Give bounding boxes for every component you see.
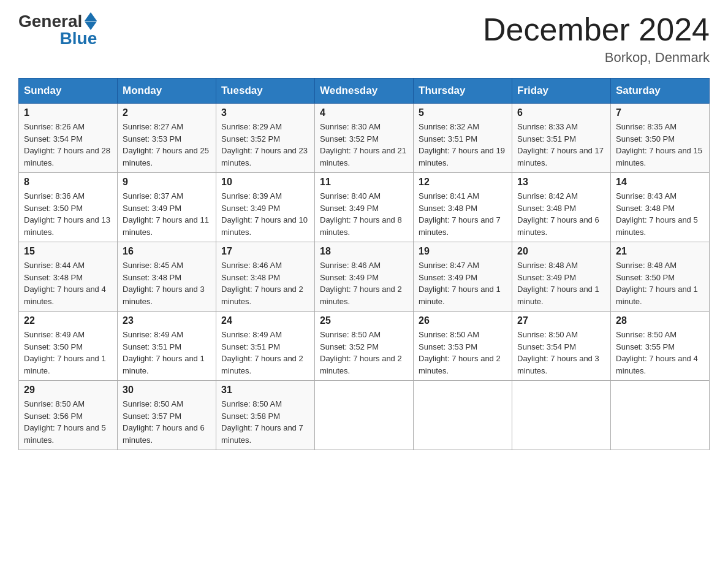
day-number: 9 (123, 177, 211, 188)
day-info: Sunrise: 8:46 AM Sunset: 3:49 PM Dayligh… (320, 259, 408, 307)
calendar-cell: 26 Sunrise: 8:50 AM Sunset: 3:53 PM Dayl… (414, 312, 512, 381)
calendar-cell: 14 Sunrise: 8:43 AM Sunset: 3:48 PM Dayl… (611, 173, 710, 242)
calendar-cell (414, 381, 512, 450)
calendar-title: December 2024 (483, 12, 710, 47)
day-info: Sunrise: 8:49 AM Sunset: 3:51 PM Dayligh… (123, 329, 211, 377)
day-number: 30 (123, 385, 211, 396)
calendar-cell: 4 Sunrise: 8:30 AM Sunset: 3:52 PM Dayli… (315, 104, 414, 173)
day-info: Sunrise: 8:45 AM Sunset: 3:48 PM Dayligh… (123, 259, 211, 307)
day-info: Sunrise: 8:42 AM Sunset: 3:48 PM Dayligh… (517, 190, 605, 238)
day-number: 7 (616, 107, 704, 118)
day-info: Sunrise: 8:41 AM Sunset: 3:48 PM Dayligh… (419, 190, 507, 238)
day-info: Sunrise: 8:49 AM Sunset: 3:51 PM Dayligh… (221, 329, 309, 377)
logo-general-text: General (18, 13, 82, 30)
day-info: Sunrise: 8:27 AM Sunset: 3:53 PM Dayligh… (123, 121, 211, 169)
day-number: 18 (320, 246, 408, 257)
calendar-cell: 31 Sunrise: 8:50 AM Sunset: 3:58 PM Dayl… (216, 381, 315, 450)
day-info: Sunrise: 8:50 AM Sunset: 3:55 PM Dayligh… (616, 329, 704, 377)
day-info: Sunrise: 8:44 AM Sunset: 3:48 PM Dayligh… (24, 259, 112, 307)
calendar-cell: 17 Sunrise: 8:46 AM Sunset: 3:48 PM Dayl… (216, 242, 315, 312)
calendar-cell: 3 Sunrise: 8:29 AM Sunset: 3:52 PM Dayli… (216, 104, 315, 173)
day-info: Sunrise: 8:29 AM Sunset: 3:52 PM Dayligh… (221, 121, 309, 169)
calendar-cell: 19 Sunrise: 8:47 AM Sunset: 3:49 PM Dayl… (414, 242, 512, 312)
weekday-header-row: SundayMondayTuesdayWednesdayThursdayFrid… (19, 79, 710, 104)
day-info: Sunrise: 8:50 AM Sunset: 3:52 PM Dayligh… (320, 329, 408, 377)
day-info: Sunrise: 8:49 AM Sunset: 3:50 PM Dayligh… (24, 329, 112, 377)
day-number: 25 (320, 315, 408, 326)
logo-blue-text: Blue (60, 30, 97, 47)
calendar-cell: 30 Sunrise: 8:50 AM Sunset: 3:57 PM Dayl… (118, 381, 216, 450)
calendar-week-row: 29 Sunrise: 8:50 AM Sunset: 3:56 PM Dayl… (19, 381, 710, 450)
day-number: 2 (123, 107, 211, 118)
logo[interactable]: General Blue (18, 12, 97, 47)
calendar-cell: 18 Sunrise: 8:46 AM Sunset: 3:49 PM Dayl… (315, 242, 414, 312)
calendar-cell (315, 381, 414, 450)
day-info: Sunrise: 8:50 AM Sunset: 3:57 PM Dayligh… (123, 398, 211, 446)
calendar-cell: 1 Sunrise: 8:26 AM Sunset: 3:54 PM Dayli… (19, 104, 118, 173)
day-number: 1 (24, 107, 112, 118)
calendar-week-row: 15 Sunrise: 8:44 AM Sunset: 3:48 PM Dayl… (19, 242, 710, 312)
calendar-subtitle: Borkop, Denmark (483, 50, 710, 66)
calendar-table: SundayMondayTuesdayWednesdayThursdayFrid… (18, 78, 710, 450)
calendar-cell: 29 Sunrise: 8:50 AM Sunset: 3:56 PM Dayl… (19, 381, 118, 450)
weekday-header-friday: Friday (512, 79, 611, 104)
day-info: Sunrise: 8:26 AM Sunset: 3:54 PM Dayligh… (24, 121, 112, 169)
day-number: 11 (320, 177, 408, 188)
day-number: 21 (616, 246, 704, 257)
day-number: 12 (419, 177, 507, 188)
day-number: 13 (517, 177, 605, 188)
day-number: 5 (419, 107, 507, 118)
day-number: 17 (221, 246, 309, 257)
day-number: 16 (123, 246, 211, 257)
day-number: 27 (517, 315, 605, 326)
day-number: 20 (517, 246, 605, 257)
day-info: Sunrise: 8:50 AM Sunset: 3:58 PM Dayligh… (221, 398, 309, 446)
day-info: Sunrise: 8:33 AM Sunset: 3:51 PM Dayligh… (517, 121, 605, 169)
weekday-header-thursday: Thursday (414, 79, 512, 104)
calendar-cell: 13 Sunrise: 8:42 AM Sunset: 3:48 PM Dayl… (512, 173, 611, 242)
calendar-cell (512, 381, 611, 450)
calendar-cell: 7 Sunrise: 8:35 AM Sunset: 3:50 PM Dayli… (611, 104, 710, 173)
day-info: Sunrise: 8:32 AM Sunset: 3:51 PM Dayligh… (419, 121, 507, 169)
calendar-cell: 8 Sunrise: 8:36 AM Sunset: 3:50 PM Dayli… (19, 173, 118, 242)
weekday-header-tuesday: Tuesday (216, 79, 315, 104)
calendar-cell: 5 Sunrise: 8:32 AM Sunset: 3:51 PM Dayli… (414, 104, 512, 173)
calendar-week-row: 8 Sunrise: 8:36 AM Sunset: 3:50 PM Dayli… (19, 173, 710, 242)
calendar-cell: 10 Sunrise: 8:39 AM Sunset: 3:49 PM Dayl… (216, 173, 315, 242)
calendar-cell: 15 Sunrise: 8:44 AM Sunset: 3:48 PM Dayl… (19, 242, 118, 312)
day-number: 23 (123, 315, 211, 326)
day-number: 6 (517, 107, 605, 118)
day-number: 22 (24, 315, 112, 326)
day-info: Sunrise: 8:48 AM Sunset: 3:50 PM Dayligh… (616, 259, 704, 307)
day-info: Sunrise: 8:50 AM Sunset: 3:53 PM Dayligh… (419, 329, 507, 377)
day-number: 3 (221, 107, 309, 118)
day-number: 15 (24, 246, 112, 257)
calendar-cell: 21 Sunrise: 8:48 AM Sunset: 3:50 PM Dayl… (611, 242, 710, 312)
calendar-cell: 24 Sunrise: 8:49 AM Sunset: 3:51 PM Dayl… (216, 312, 315, 381)
weekday-header-sunday: Sunday (19, 79, 118, 104)
calendar-cell: 12 Sunrise: 8:41 AM Sunset: 3:48 PM Dayl… (414, 173, 512, 242)
day-number: 24 (221, 315, 309, 326)
calendar-cell: 20 Sunrise: 8:48 AM Sunset: 3:49 PM Dayl… (512, 242, 611, 312)
calendar-cell: 2 Sunrise: 8:27 AM Sunset: 3:53 PM Dayli… (118, 104, 216, 173)
day-number: 19 (419, 246, 507, 257)
day-number: 10 (221, 177, 309, 188)
calendar-cell: 25 Sunrise: 8:50 AM Sunset: 3:52 PM Dayl… (315, 312, 414, 381)
day-number: 14 (616, 177, 704, 188)
weekday-header-saturday: Saturday (611, 79, 710, 104)
calendar-cell: 16 Sunrise: 8:45 AM Sunset: 3:48 PM Dayl… (118, 242, 216, 312)
calendar-cell: 6 Sunrise: 8:33 AM Sunset: 3:51 PM Dayli… (512, 104, 611, 173)
weekday-header-monday: Monday (118, 79, 216, 104)
calendar-cell: 27 Sunrise: 8:50 AM Sunset: 3:54 PM Dayl… (512, 312, 611, 381)
day-info: Sunrise: 8:36 AM Sunset: 3:50 PM Dayligh… (24, 190, 112, 238)
day-number: 29 (24, 385, 112, 396)
day-info: Sunrise: 8:40 AM Sunset: 3:49 PM Dayligh… (320, 190, 408, 238)
day-info: Sunrise: 8:46 AM Sunset: 3:48 PM Dayligh… (221, 259, 309, 307)
day-info: Sunrise: 8:39 AM Sunset: 3:49 PM Dayligh… (221, 190, 309, 238)
title-block: December 2024 Borkop, Denmark (483, 12, 710, 66)
day-info: Sunrise: 8:37 AM Sunset: 3:49 PM Dayligh… (123, 190, 211, 238)
calendar-cell: 28 Sunrise: 8:50 AM Sunset: 3:55 PM Dayl… (611, 312, 710, 381)
day-info: Sunrise: 8:48 AM Sunset: 3:49 PM Dayligh… (517, 259, 605, 307)
calendar-cell: 23 Sunrise: 8:49 AM Sunset: 3:51 PM Dayl… (118, 312, 216, 381)
day-number: 28 (616, 315, 704, 326)
